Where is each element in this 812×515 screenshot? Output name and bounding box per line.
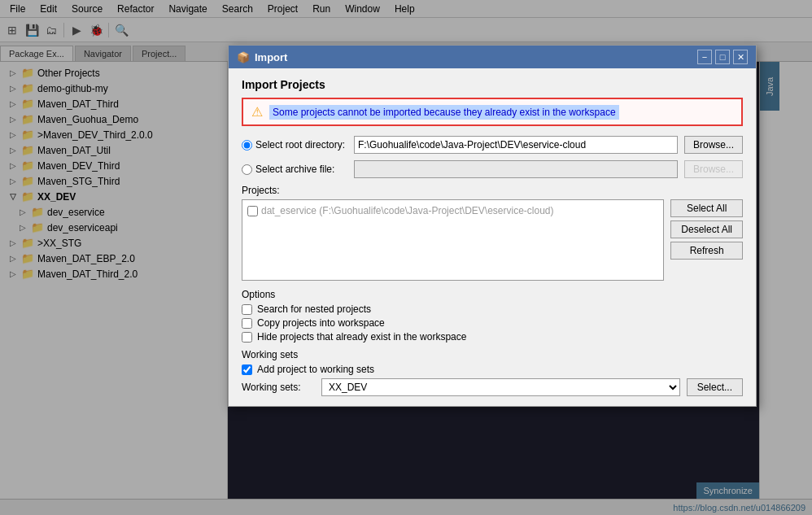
archive-browse-button[interactable]: Browse... [684, 160, 743, 178]
search-nested-checkbox[interactable] [242, 304, 252, 315]
working-sets-input-row: Working sets: XX_DEV Select... [242, 378, 743, 396]
dialog-title: 📦 Import [237, 51, 287, 63]
archive-radio[interactable] [242, 164, 252, 175]
dialog-close-button[interactable]: ✕ [733, 50, 748, 64]
dialog-title-bar: 📦 Import − □ ✕ [229, 46, 756, 68]
working-sets-label: Working sets: [242, 382, 315, 393]
dialog-controls: − □ ✕ [697, 50, 748, 64]
add-to-working-sets-row: Add project to working sets [242, 364, 743, 375]
hide-existing-row: Hide projects that already exist in the … [242, 331, 743, 343]
projects-area: dat_eservice (F:\Guohualife\code\Java-Pr… [242, 199, 743, 281]
root-dir-row: Select root directory: Browse... [242, 136, 743, 154]
add-working-sets-label: Add project to working sets [257, 364, 374, 375]
dialog-minimize-button[interactable]: − [697, 50, 712, 64]
warning-banner: ⚠ Some projects cannot be imported becau… [242, 98, 743, 126]
hide-existing-checkbox[interactable] [242, 332, 252, 343]
search-nested-label: Search for nested projects [257, 303, 371, 315]
hide-existing-label: Hide projects that already exist in the … [257, 331, 466, 343]
refresh-button[interactable]: Refresh [670, 242, 743, 260]
copy-projects-row: Copy projects into workspace [242, 317, 743, 329]
add-working-sets-checkbox[interactable] [242, 364, 252, 375]
dialog-body: Import Projects ⚠ Some projects cannot b… [229, 68, 756, 406]
archive-row: Select archive file: Browse... [242, 160, 743, 178]
root-dir-radio-label[interactable]: Select root directory: [242, 139, 347, 151]
projects-list: dat_eservice (F:\Guohualife\code\Java-Pr… [242, 199, 664, 281]
root-dir-input[interactable] [354, 136, 678, 154]
projects-label: Projects: [242, 185, 743, 196]
import-icon: 📦 [237, 51, 250, 63]
dialog-heading: Import Projects [242, 78, 743, 91]
options-section: Options Search for nested projects Copy … [242, 289, 743, 343]
deselect-all-button[interactable]: Deselect All [670, 220, 743, 238]
warning-icon: ⚠ [251, 104, 263, 120]
archive-input[interactable] [354, 160, 678, 178]
search-nested-row: Search for nested projects [242, 303, 743, 315]
archive-radio-label[interactable]: Select archive file: [242, 164, 347, 175]
root-dir-radio[interactable] [242, 140, 252, 151]
warning-message: Some projects cannot be imported because… [269, 105, 619, 120]
root-dir-browse-button[interactable]: Browse... [684, 136, 743, 154]
copy-projects-label: Copy projects into workspace [257, 317, 385, 329]
project-list-item[interactable]: dat_eservice (F:\Guohualife\code\Java-Pr… [246, 203, 660, 218]
select-all-button[interactable]: Select All [670, 199, 743, 217]
dialog-maximize-button[interactable]: □ [715, 50, 730, 64]
options-title: Options [242, 289, 743, 300]
select-working-sets-button[interactable]: Select... [687, 378, 743, 396]
working-sets-title: Working sets [242, 349, 743, 360]
import-dialog: 📦 Import − □ ✕ Import Projects ⚠ Some pr… [228, 45, 757, 407]
projects-buttons: Select All Deselect All Refresh [670, 199, 743, 281]
working-sets-section: Working sets Add project to working sets… [242, 349, 743, 396]
working-sets-dropdown[interactable]: XX_DEV [321, 378, 680, 396]
project-checkbox[interactable] [247, 206, 258, 216]
copy-projects-checkbox[interactable] [242, 318, 252, 329]
